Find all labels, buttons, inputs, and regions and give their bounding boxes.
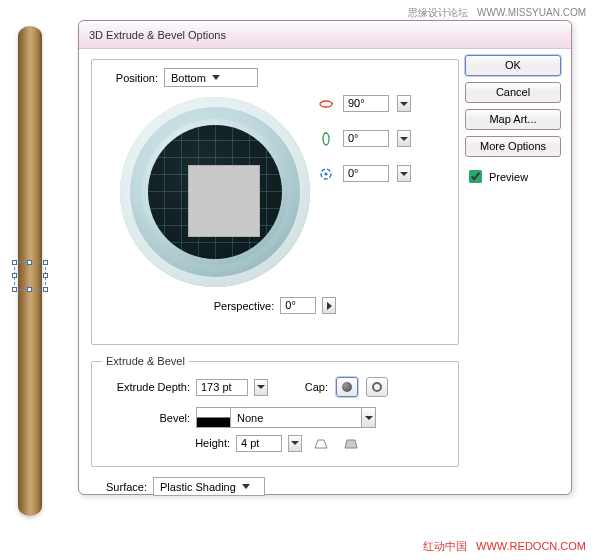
svg-point-3 — [325, 172, 328, 175]
dialog-3d-extrude-bevel: 3D Extrude & Bevel Options OK Cancel Map… — [78, 20, 572, 495]
preview-checkbox-row[interactable]: Preview — [465, 167, 561, 186]
surface-value: Plastic Shading — [160, 481, 236, 493]
perspective-input[interactable]: 0° — [280, 297, 316, 314]
cap-solid-icon — [342, 382, 352, 392]
cap-off-button[interactable] — [366, 377, 388, 397]
surface-dropdown[interactable]: Plastic Shading — [153, 477, 265, 496]
bevel-extent-out-button[interactable] — [340, 434, 362, 452]
height-stepper[interactable] — [288, 435, 302, 452]
rotate-x-input[interactable]: 90° — [343, 95, 389, 112]
height-label: Height: — [102, 437, 230, 449]
ok-button[interactable]: OK — [465, 55, 561, 76]
preview-label: Preview — [489, 171, 528, 183]
selection-bounding-box[interactable] — [14, 262, 46, 290]
watermark-bottom: 红动中国 WWW.REDOCN.COM — [417, 539, 586, 554]
watermark-top-text: 思缘设计论坛 — [408, 7, 468, 18]
perspective-label: Perspective: — [214, 300, 275, 312]
map-art-button[interactable]: Map Art... — [465, 109, 561, 130]
button-column: OK Cancel Map Art... More Options Previe… — [465, 55, 561, 186]
cap-hollow-icon — [372, 382, 382, 392]
rotation-preview-trackball[interactable] — [110, 97, 330, 297]
preview-checkbox[interactable] — [469, 170, 482, 183]
bevel-swatch — [197, 408, 231, 427]
watermark-bottom-url: WWW.REDOCN.COM — [476, 540, 586, 552]
position-value: Bottom — [171, 72, 206, 84]
rotate-x-icon — [317, 96, 335, 112]
bevel-dropdown[interactable]: None — [196, 407, 376, 428]
extrude-depth-stepper[interactable] — [254, 379, 268, 396]
extrude-depth-input[interactable]: 173 pt — [196, 379, 248, 396]
rotate-z-input[interactable]: 0° — [343, 165, 389, 182]
chevron-down-icon — [242, 484, 250, 489]
rotate-y-stepper[interactable] — [397, 130, 411, 147]
rotate-z-stepper[interactable] — [397, 165, 411, 182]
cap-on-button[interactable] — [336, 377, 358, 397]
cancel-button[interactable]: Cancel — [465, 82, 561, 103]
position-dropdown[interactable]: Bottom — [164, 68, 258, 87]
cap-label: Cap: — [288, 381, 328, 393]
bevel-extent-in-button[interactable] — [310, 434, 332, 452]
svg-point-1 — [323, 133, 329, 145]
watermark-bottom-text: 红动中国 — [423, 540, 467, 552]
extrude-depth-label: Extrude Depth: — [102, 381, 190, 393]
watermark-top: 思缘设计论坛 WWW.MISSYUAN.COM — [402, 6, 586, 20]
dialog-titlebar[interactable]: 3D Extrude & Bevel Options — [79, 21, 571, 49]
position-fieldset: Position: Bottom 90° 0° — [91, 59, 459, 345]
bevel-value: None — [231, 412, 361, 424]
bevel-chevron — [361, 408, 375, 427]
perspective-stepper[interactable] — [322, 297, 336, 314]
rotate-x-stepper[interactable] — [397, 95, 411, 112]
rotate-y-icon — [317, 131, 335, 147]
extrude-bevel-fieldset: Extrude & Bevel Extrude Depth: 173 pt Ca… — [91, 355, 459, 467]
rotate-z-icon — [317, 166, 335, 182]
rotate-y-input[interactable]: 0° — [343, 130, 389, 147]
surface-label: Surface: — [91, 481, 147, 493]
extrude-legend: Extrude & Bevel — [102, 355, 189, 367]
chevron-down-icon — [212, 75, 220, 80]
svg-point-0 — [320, 101, 332, 107]
position-label: Position: — [102, 72, 158, 84]
more-options-button[interactable]: More Options — [465, 136, 561, 157]
watermark-top-url: WWW.MISSYUAN.COM — [477, 7, 586, 18]
dialog-title: 3D Extrude & Bevel Options — [89, 29, 226, 41]
height-input[interactable]: 4 pt — [236, 435, 282, 452]
bevel-label: Bevel: — [102, 412, 190, 424]
